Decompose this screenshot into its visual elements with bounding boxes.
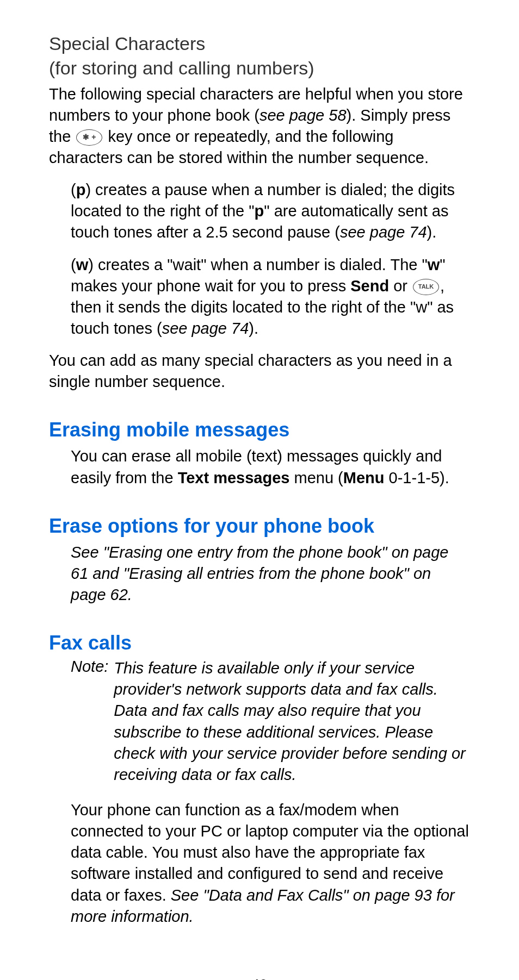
section-title-fax: Fax calls [49,632,470,654]
text: 0-1-1-5). [385,469,449,486]
list-item-p: (p) creates a pause when a number is dia… [71,179,470,243]
char-w: w [76,256,89,273]
note-label: Note: [71,658,108,785]
page-ref: see page 74 [340,223,427,241]
fax-body: Your phone can function as a fax/modem w… [71,800,470,927]
erase-options-ref: See "Erasing one entry from the phone bo… [71,542,470,606]
note-body: This feature is available only if your s… [114,658,470,785]
page-ref: see page 74 [162,320,249,337]
text: key once or repeatedly, and the followin… [49,128,429,166]
text: ). [249,320,258,337]
page-number: 40 [49,976,470,980]
char-p: p [76,181,86,198]
char-w: w [428,256,440,273]
special-characters-list: (p) creates a pause when a number is dia… [71,179,470,339]
fax-note: Note: This feature is available only if … [71,658,470,785]
star-key-icon: ✱ + [76,129,102,146]
special-outro: You can add as many special characters a… [49,350,470,392]
text: ( [71,181,76,198]
section-title-erasing: Erasing mobile messages [49,419,470,441]
text-messages-label: Text messages [178,469,290,486]
page-ref: see page 58 [260,107,347,124]
text: ) creates a "wait" when a number is dial… [88,256,428,273]
section-title-erase-options: Erase options for your phone book [49,515,470,538]
text: or [389,277,412,295]
list-item-w: (w) creates a "wait" when a number is di… [71,254,470,340]
text: menu ( [289,469,343,486]
page: Special Characters (for storing and call… [0,0,519,980]
section-title-special-l1: Special Characters [49,33,470,55]
talk-key-icon: TALK [413,279,439,295]
send-label: Send [350,277,389,295]
erasing-body: You can erase all mobile (text) messages… [71,446,470,488]
text: ). [427,223,437,241]
text: ( [71,256,76,273]
menu-label: Menu [343,469,385,486]
char-p: p [255,202,264,220]
special-intro: The following special characters are hel… [49,84,470,169]
section-title-special-l2: (for storing and calling numbers) [49,57,470,79]
